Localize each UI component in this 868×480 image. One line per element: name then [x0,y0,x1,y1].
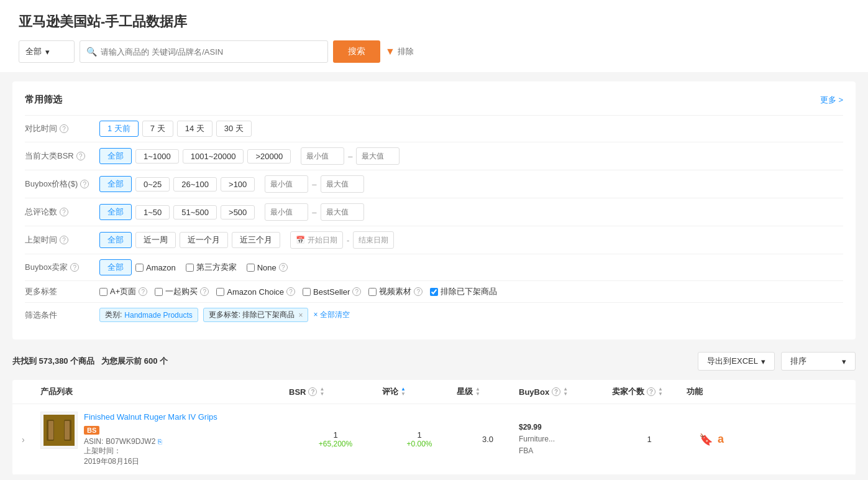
compare-time-info-icon[interactable]: ? [60,124,68,133]
a-plus-info-icon[interactable]: ? [139,287,147,296]
reviews-max-input[interactable] [321,203,364,221]
bsr-option-1[interactable]: 1~1000 [135,149,179,164]
copy-asin-icon[interactable]: ⎘ [158,438,162,445]
compare-time-option-0[interactable]: 1 天前 [99,121,139,137]
reviews-option-2[interactable]: 51~500 [173,205,217,219]
bookmark-icon[interactable]: 🔖 [699,433,713,446]
filter-button[interactable]: ▼ 排除 [385,46,414,57]
bsr-min-input[interactable] [301,147,344,165]
buybox-price-option-0[interactable]: 全部 [99,176,132,192]
bsr-option-2[interactable]: 1001~20000 [183,149,244,164]
buybox-sort-icon[interactable]: ▲ ▼ [563,387,568,397]
buybox-seller-label: Buybox卖家 ? [25,262,99,273]
buybox-price-option-2[interactable]: 26~100 [173,177,217,192]
buybox-price-info-icon[interactable]: ? [80,180,89,188]
category-select[interactable]: 全部 ▾ [19,40,75,63]
category-filter-link[interactable]: Handmade Products [124,311,192,320]
search-icon: 🔍 [86,47,97,57]
sellers-col-info-icon[interactable]: ? [647,387,656,396]
sellers-col-header: 卖家个数 ? ▲ ▼ [612,386,687,397]
amazon-choice-info-icon[interactable]: ? [286,287,295,296]
video-info-icon[interactable]: ? [414,287,423,296]
reviews-option-3[interactable]: >500 [221,205,255,219]
bsr-col-info-icon[interactable]: ? [308,387,317,396]
buybox-seller-amazon[interactable]: Amazon [135,263,176,272]
product-func-cell: 🔖 a [687,433,736,446]
buybox-price-option-3[interactable]: >100 [221,177,255,192]
list-time-start-date[interactable]: 📅 开始日期 [290,231,343,249]
product-name[interactable]: Finished Walnut Ruger Mark IV Grips [84,412,289,423]
bsr-sort-icon[interactable]: ▲ ▼ [319,387,324,397]
buy-together-info-icon[interactable]: ? [200,287,209,296]
review-sort-icon[interactable]: ▲ ▼ [401,387,406,397]
buybox-seller-third-party[interactable]: 第三方卖家 [186,262,237,273]
bsr-option-0[interactable]: 全部 [99,148,132,164]
more-link[interactable]: 更多 > [820,95,843,106]
buybox-price-min-input[interactable] [265,175,308,193]
buybox-price-option-1[interactable]: 0~25 [135,177,170,192]
active-filters-label: 筛选条件 [25,310,99,321]
result-actions: 导出到EXCEL ▾ 排序 ▾ [698,352,856,371]
reviews-option-0[interactable]: 全部 [99,204,132,220]
bestseller-info-icon[interactable]: ? [352,287,361,296]
sort-label: 排序 [790,356,806,367]
sellers-value: 1 [647,435,651,444]
compare-time-option-2[interactable]: 14 天 [177,121,212,137]
list-time-option-1[interactable]: 近一周 [135,232,176,248]
func-col-header: 功能 [687,386,736,397]
category-label: 全部 [25,46,42,57]
buybox-category: Furniture... [519,433,612,445]
buybox-price-label: Buybox价格($) ? [25,178,99,190]
bsr-label: 当前大类BSR ? [25,150,99,162]
tag-video[interactable]: 视频素材 ? [368,286,423,297]
reviews-info-icon[interactable]: ? [60,208,68,216]
list-time-option-0[interactable]: 全部 [99,232,132,248]
tag-amazon-choice[interactable]: Amazon Choice ? [216,287,295,297]
close-exclude-delisted-icon[interactable]: × [298,311,303,320]
buybox-price: $29.99 [519,422,612,433]
main-content: 常用筛选 更多 > 对比时间 ? 1 天前 7 天 14 天 30 天 当前大类… [0,72,868,480]
sort-chevron-icon: ▾ [842,357,846,366]
bsr-info-icon[interactable]: ? [76,152,85,160]
reviews-min-input[interactable] [265,203,308,221]
tag-a-plus[interactable]: A+页面 ? [99,286,147,297]
clear-all-filters[interactable]: × 全部清空 [313,310,349,320]
list-time-end-date[interactable]: 结束日期 [353,231,394,249]
filter-panel-header: 常用筛选 更多 > [25,94,843,106]
rating-sort-icon[interactable]: ▲ ▼ [475,387,480,397]
buybox-price-max-input[interactable] [321,175,364,193]
reviews-option-1[interactable]: 1~50 [135,205,170,219]
buybox-col-info-icon[interactable]: ? [552,387,560,396]
list-time-option-3[interactable]: 近三个月 [232,232,280,248]
bsr-option-3[interactable]: >20000 [247,149,291,164]
expand-button[interactable]: › [22,435,40,445]
buybox-seller-info-icon[interactable]: ? [70,263,79,272]
buybox-fba: FBA [519,445,612,457]
list-time-info-icon[interactable]: ? [60,236,68,244]
buybox-seller-none[interactable]: None ? [247,263,288,272]
sort-button[interactable]: 排序 ▾ [781,352,856,371]
buybox-price-range-sep: – [312,180,316,189]
search-input[interactable] [101,47,321,57]
export-button[interactable]: 导出到EXCEL ▾ [698,352,775,371]
export-label: 导出到EXCEL [707,356,758,367]
sellers-sort-icon[interactable]: ▲ ▼ [658,387,663,397]
buybox-seller-all[interactable]: 全部 [99,259,132,275]
bsr-max-input[interactable] [356,147,400,165]
review-value: 1 [382,430,457,440]
active-filter-exclude-delisted: 更多标签: 排除已下架商品 × [203,308,309,322]
compare-time-option-1[interactable]: 7 天 [142,121,173,137]
list-time-options: 全部 近一周 近一个月 近三个月 📅 开始日期 - 结束日期 [99,231,394,249]
buybox-seller-options: 全部 Amazon 第三方卖家 None ? [99,259,288,275]
reviews-range: – [265,203,363,221]
none-info-icon[interactable]: ? [279,263,288,272]
asin-value: B07WK9DJW2 [106,437,155,446]
tag-buy-together[interactable]: 一起购买 ? [155,286,209,297]
filter-row-reviews: 总评论数 ? 全部 1~50 51~500 >500 – [25,198,843,226]
compare-time-option-3[interactable]: 30 天 [216,121,252,137]
amazon-link-icon[interactable]: a [718,433,724,446]
tag-bestseller[interactable]: BestSeller ? [303,287,361,297]
list-time-option-2[interactable]: 近一个月 [180,232,228,248]
search-button[interactable]: 搜索 [333,40,380,63]
tag-exclude-delisted[interactable]: 排除已下架商品 [430,286,497,297]
